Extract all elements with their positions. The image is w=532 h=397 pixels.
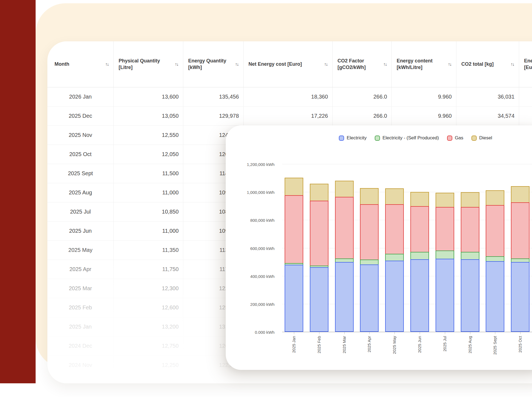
cell-co2_total: 34,574 bbox=[456, 107, 519, 125]
bar-2025-sept[interactable] bbox=[486, 190, 504, 332]
sort-icon[interactable]: ↑↓ bbox=[105, 62, 108, 67]
bar-segment-electricity-self-produced[interactable] bbox=[410, 252, 429, 260]
bar-2025-aug[interactable] bbox=[461, 192, 479, 332]
bar-2025-mar[interactable] bbox=[335, 181, 354, 332]
bar-segment-electricity[interactable] bbox=[486, 261, 504, 332]
legend-item-gas[interactable]: Gas bbox=[447, 135, 463, 141]
column-header-energy_cost[interactable]: Ene[Eur bbox=[519, 41, 532, 87]
column-header-label: CO2 total [kg] bbox=[461, 61, 494, 67]
column-header-month[interactable]: Month↑↓ bbox=[47, 41, 114, 87]
legend-label: Gas bbox=[455, 135, 463, 141]
bar-segment-electricity-self-produced[interactable] bbox=[360, 260, 379, 265]
legend-swatch-diesel bbox=[471, 136, 477, 141]
column-header-label: Net Energy cost [Euro] bbox=[248, 61, 302, 67]
table-row[interactable]: 2026 Jan13,600135,45618,360266.09.96036,… bbox=[47, 87, 532, 107]
cell-physical_quantity: 12,300 bbox=[114, 279, 183, 298]
bar-segment-gas[interactable] bbox=[310, 201, 328, 266]
column-header-co2_factor[interactable]: CO2 Factor[gCO2/kWh]↑↓ bbox=[333, 41, 392, 87]
cell-energy_content: 9.960 bbox=[392, 107, 456, 125]
energy-chart-card: ElectricityElectricity - (Self Produced)… bbox=[226, 125, 532, 370]
bar-segment-diesel[interactable] bbox=[285, 178, 303, 196]
x-axis-tick bbox=[394, 332, 395, 334]
bar-segment-electricity[interactable] bbox=[385, 261, 404, 332]
bar-segment-diesel[interactable] bbox=[360, 188, 379, 205]
cell-month: 2025 Dec bbox=[47, 107, 114, 125]
cell-net_energy_cost: 18,360 bbox=[244, 87, 333, 106]
bar-segment-diesel[interactable] bbox=[486, 190, 504, 206]
x-axis-label: 2025 Oct bbox=[518, 336, 523, 353]
cell-month: 2025 Jul bbox=[47, 202, 114, 221]
bar-2025-feb[interactable] bbox=[310, 184, 328, 332]
legend-swatch-electricity-self-produced bbox=[375, 136, 380, 141]
sort-icon[interactable]: ↑↓ bbox=[383, 62, 387, 67]
bar-2025-jul[interactable] bbox=[436, 193, 454, 332]
bar-segment-diesel[interactable] bbox=[461, 192, 479, 208]
x-axis-label: 2025 Mar bbox=[342, 336, 347, 353]
bar-2025-oct[interactable] bbox=[511, 186, 530, 332]
cell-physical_quantity: 11,000 bbox=[114, 221, 183, 240]
column-header-co2_total[interactable]: CO2 total [kg]↑↓ bbox=[456, 41, 519, 87]
bar-2025-jun[interactable] bbox=[410, 192, 429, 332]
x-axis-label: 2025 May bbox=[392, 336, 397, 354]
cell-physical_quantity: 11,350 bbox=[114, 241, 183, 260]
bar-segment-gas[interactable] bbox=[486, 205, 504, 257]
bar-2025-may[interactable] bbox=[385, 188, 404, 332]
bar-segment-electricity[interactable] bbox=[310, 267, 328, 332]
bar-segment-electricity[interactable] bbox=[410, 259, 429, 332]
x-axis-label: 2025 Jul bbox=[442, 336, 447, 352]
bar-segment-diesel[interactable] bbox=[335, 181, 354, 197]
bar-segment-electricity[interactable] bbox=[461, 259, 479, 332]
bar-segment-electricity-self-produced[interactable] bbox=[385, 254, 404, 261]
bar-segment-electricity[interactable] bbox=[335, 262, 354, 332]
sort-icon[interactable]: ↑↓ bbox=[175, 62, 178, 67]
y-axis-tick-label: 1,000,000 kWh bbox=[247, 190, 274, 195]
bar-segment-electricity[interactable] bbox=[360, 264, 379, 332]
bar-segment-electricity-self-produced[interactable] bbox=[486, 256, 504, 262]
column-header-energy_content[interactable]: Energy content[kWh/Litre]↑↓ bbox=[392, 41, 456, 87]
bar-segment-gas[interactable] bbox=[360, 204, 379, 260]
bar-segment-gas[interactable] bbox=[285, 195, 303, 264]
sort-icon[interactable]: ↑↓ bbox=[324, 62, 327, 67]
x-axis-label: 2025 Aug bbox=[468, 336, 473, 353]
bar-segment-gas[interactable] bbox=[385, 204, 404, 254]
legend-item-diesel[interactable]: Diesel bbox=[471, 135, 492, 141]
bar-segment-diesel[interactable] bbox=[410, 192, 429, 207]
bar-segment-gas[interactable] bbox=[436, 207, 454, 251]
bar-segment-gas[interactable] bbox=[335, 197, 354, 259]
bar-segment-diesel[interactable] bbox=[385, 188, 404, 205]
bar-segment-gas[interactable] bbox=[461, 207, 479, 252]
cell-energy_quantity: 129,978 bbox=[183, 107, 244, 125]
bar-segment-electricity[interactable] bbox=[436, 259, 454, 332]
column-header-energy_quantity[interactable]: Energy Quantity[kWh]↑↓ bbox=[183, 41, 244, 87]
column-header-physical_quantity[interactable]: Physical Quantity[Litre]↑↓ bbox=[114, 41, 183, 87]
sort-icon[interactable]: ↑↓ bbox=[235, 62, 238, 67]
legend-item-electricity[interactable]: Electricity bbox=[339, 135, 367, 141]
bar-2025-apr[interactable] bbox=[360, 188, 379, 332]
bar-segment-electricity-self-produced[interactable] bbox=[436, 251, 454, 259]
bar-segment-electricity[interactable] bbox=[511, 262, 530, 332]
x-axis-tick bbox=[470, 332, 470, 334]
bar-segment-gas[interactable] bbox=[410, 206, 429, 252]
sort-icon[interactable]: ↑↓ bbox=[511, 62, 514, 67]
legend-item-electricity-self-produced[interactable]: Electricity - (Self Produced) bbox=[375, 135, 439, 141]
x-axis-label: 2025 Feb bbox=[317, 336, 322, 353]
bar-segment-diesel[interactable] bbox=[310, 184, 328, 201]
bar-segment-electricity[interactable] bbox=[285, 265, 303, 332]
cell-energy_quantity: 135,456 bbox=[183, 87, 244, 106]
cell-co2_total: 36,031 bbox=[456, 87, 519, 106]
y-axis-tick-label: 200,000 kWh bbox=[250, 302, 274, 306]
bar-segment-electricity-self-produced[interactable] bbox=[461, 252, 479, 260]
bar-segment-gas[interactable] bbox=[511, 202, 530, 259]
column-header-net_energy_cost[interactable]: Net Energy cost [Euro]↑↓ bbox=[244, 41, 333, 87]
bar-2025-jan[interactable] bbox=[285, 178, 303, 332]
cell-physical_quantity: 13,050 bbox=[114, 107, 183, 125]
cell-energy_cost bbox=[519, 87, 532, 106]
bar-segment-diesel[interactable] bbox=[436, 193, 454, 208]
table-row[interactable]: 2025 Dec13,050129,97817,226266.09.96034,… bbox=[47, 107, 532, 126]
cell-month: 2025 Nov bbox=[47, 126, 114, 145]
sort-icon[interactable]: ↑↓ bbox=[448, 62, 451, 67]
cell-month: 2025 Sept bbox=[47, 164, 114, 183]
bar-segment-diesel[interactable] bbox=[511, 186, 530, 203]
cell-physical_quantity: 11,000 bbox=[114, 183, 183, 202]
cell-co2_factor: 266.0 bbox=[333, 107, 392, 125]
